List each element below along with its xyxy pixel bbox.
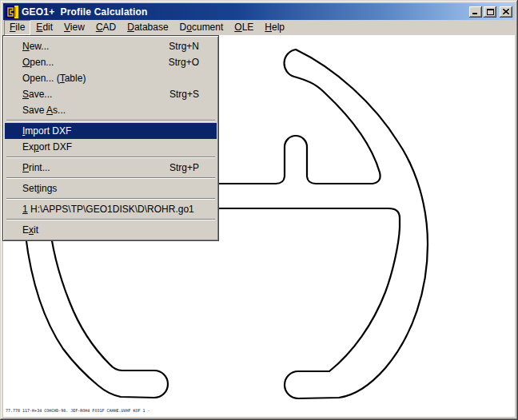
close-button[interactable] [500, 6, 512, 18]
app-window: 77.778 117-H+34 COHCHD-98. JEF-ROH4 FO31… [0, 0, 518, 420]
menu-item-open-table[interactable]: Open... (Table) [5, 70, 217, 86]
accelerator-label: Strg+N [169, 38, 199, 54]
menubar-item-ole[interactable]: OLE [229, 20, 259, 35]
status-text: 77.778 117-H+34 COHCHD-98. JEF-ROH4 FO31… [6, 408, 150, 414]
app-icon [6, 6, 18, 18]
maximize-icon [487, 9, 494, 15]
accelerator-label: Strg+O [169, 54, 199, 70]
menubar-item-cad[interactable]: CAD [90, 20, 122, 35]
menu-item-save-as[interactable]: Save As... [5, 102, 217, 118]
window-title: GEO1+ Profile Calculation [22, 6, 468, 18]
menu-separator [6, 219, 215, 220]
menu-item-exit[interactable]: Exit [5, 222, 217, 238]
menu-item-save[interactable]: Save...Strg+S [5, 86, 217, 102]
menu-separator [6, 157, 215, 158]
accelerator-label: Strg+P [169, 160, 199, 176]
menu-item-settings[interactable]: Settings [5, 180, 217, 196]
accelerator-label: Strg+S [169, 86, 199, 102]
menu-item-export-dxf[interactable]: Export DXF [5, 139, 217, 155]
menu-separator [6, 177, 215, 179]
menubar-item-database[interactable]: Database [122, 20, 173, 35]
close-icon [503, 9, 509, 14]
menu-item-new[interactable]: New...Strg+N [5, 38, 217, 54]
minimize-icon [472, 9, 479, 14]
menu-bar: File Edit View CAD Database Document OLE… [3, 20, 515, 35]
file-menu-dropdown: New...Strg+N Open...Strg+O Open... (Tabl… [2, 35, 219, 241]
menu-item-print[interactable]: Print...Strg+P [5, 160, 217, 176]
menubar-item-edit[interactable]: Edit [30, 20, 58, 35]
menubar-item-file[interactable]: File [4, 20, 30, 35]
menu-separator [6, 120, 215, 121]
menu-item-recent-file-1[interactable]: 1 H:\APPS\TP\GEO1DISK\D\ROHR.go1 [5, 201, 217, 217]
menu-item-import-dxf[interactable]: Import DXF [5, 123, 217, 139]
menu-item-open[interactable]: Open...Strg+O [5, 54, 217, 70]
menu-separator [6, 198, 215, 200]
menubar-item-view[interactable]: View [58, 20, 90, 35]
minimize-button[interactable] [469, 6, 482, 18]
menubar-item-help[interactable]: Help [259, 20, 290, 35]
title-bar: GEO1+ Profile Calculation [3, 3, 515, 20]
menubar-item-document[interactable]: Document [174, 20, 229, 35]
maximize-button[interactable] [484, 6, 496, 18]
